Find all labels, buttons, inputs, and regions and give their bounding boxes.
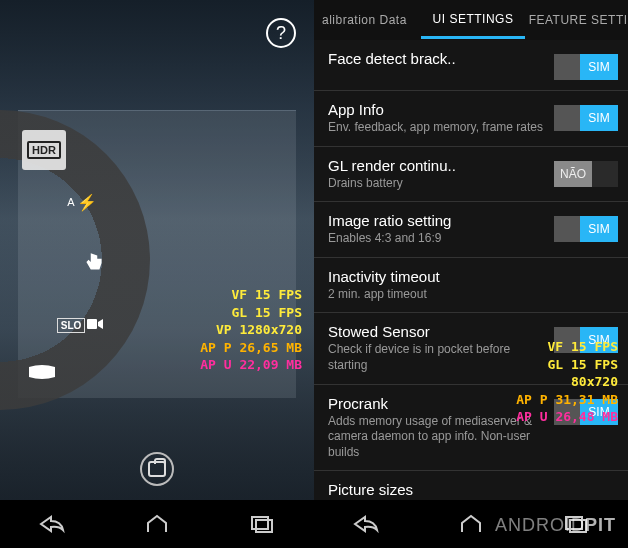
stat-ap-p: AP P 26,65 MB — [200, 339, 302, 357]
svg-rect-1 — [252, 517, 268, 529]
setting-text: GL render continu..Drains battery — [328, 157, 554, 192]
svg-rect-4 — [570, 520, 586, 532]
toggle-thumb: SIM — [580, 105, 618, 131]
setting-title: Procrank — [328, 395, 544, 412]
setting-title: Stowed Sensor — [328, 323, 544, 340]
arc-item-slow-motion[interactable]: SLO — [58, 305, 102, 345]
stat-vp-res: VP 1280x720 — [200, 321, 302, 339]
setting-toggle[interactable]: SIM — [554, 105, 618, 131]
svg-rect-3 — [566, 517, 582, 529]
settings-tabs: alibration Data UI SETTINGS FEATURE SETT… — [314, 0, 628, 40]
setting-title: Picture sizes — [328, 481, 608, 498]
stat-gl-fps: GL 15 FPS — [200, 304, 302, 322]
arc-item-panorama[interactable] — [20, 354, 64, 394]
tab-calibration-data[interactable]: alibration Data — [314, 3, 421, 37]
setting-subtitle: Adds memory usage of mediaserver & camer… — [328, 414, 544, 461]
svg-rect-2 — [256, 520, 272, 532]
setting-toggle[interactable]: SIM — [554, 54, 618, 80]
right-phone-screenshot: alibration Data UI SETTINGS FEATURE SETT… — [314, 0, 628, 548]
setting-text: Inactivity timeout2 min. app timeout — [328, 268, 618, 303]
settings-list[interactable]: Face detect brack..SIMApp InfoEnv. feedb… — [314, 40, 628, 500]
debug-stats-overlay-right: VF 15 FPS GL 15 FPS 80x720 AP P 31,31 MB… — [516, 338, 618, 426]
stat-vf-fps: VF 15 FPS — [516, 338, 618, 356]
toggle-thumb: SIM — [580, 54, 618, 80]
slo-label: SLO — [57, 318, 86, 333]
setting-title: App Info — [328, 101, 544, 118]
setting-text: Picture sizes — [328, 481, 618, 500]
stat-gl-fps: GL 15 FPS — [516, 356, 618, 374]
android-nav-bar — [0, 500, 314, 548]
android-nav-bar — [314, 500, 628, 548]
toggle-thumb: SIM — [580, 216, 618, 242]
touch-icon — [81, 250, 107, 280]
stat-ap-u: AP U 22,09 MB — [200, 356, 302, 374]
setting-title: Inactivity timeout — [328, 268, 608, 285]
flash-icon: ⚡ — [77, 193, 97, 212]
nav-recent-button[interactable] — [556, 510, 596, 538]
help-button[interactable]: ? — [266, 18, 296, 48]
setting-text: Face detect brack.. — [328, 50, 554, 69]
toggle-thumb: NÃO — [554, 161, 592, 187]
panorama-icon — [28, 365, 56, 383]
setting-title: Face detect brack.. — [328, 50, 544, 67]
stat-vf-fps: VF 15 FPS — [200, 286, 302, 304]
setting-row[interactable]: App InfoEnv. feedback, app memory, frame… — [314, 91, 628, 147]
arc-item-touch-focus[interactable] — [72, 245, 116, 285]
video-icon — [87, 316, 103, 334]
tab-feature-settings[interactable]: FEATURE SETTIN — [525, 3, 628, 37]
setting-row[interactable]: Inactivity timeout2 min. app timeout — [314, 258, 628, 314]
setting-toggle[interactable]: NÃO — [554, 161, 618, 187]
arc-item-flash-auto[interactable]: A ⚡ — [60, 182, 104, 222]
setting-subtitle: Drains battery — [328, 176, 544, 192]
camera-icon — [148, 461, 166, 477]
setting-subtitle: 2 min. app timeout — [328, 287, 608, 303]
setting-subtitle: Env. feedback, app memory, frame rates — [328, 120, 544, 136]
setting-subtitle: Check if device is in pocket before star… — [328, 342, 544, 373]
arc-item-hdr[interactable]: HDR — [22, 130, 66, 170]
flash-auto-label: A — [67, 196, 75, 208]
nav-home-button[interactable] — [137, 510, 177, 538]
setting-subtitle: Enables 4:3 and 16:9 — [328, 231, 544, 247]
tab-ui-settings[interactable]: UI SETTINGS — [421, 2, 524, 39]
setting-row[interactable]: Picture sizes — [314, 471, 628, 500]
stat-vp-res: 80x720 — [516, 373, 618, 391]
stat-ap-p: AP P 31,31 MB — [516, 391, 618, 409]
setting-text: Image ratio settingEnables 4:3 and 16:9 — [328, 212, 554, 247]
svg-rect-0 — [87, 319, 97, 329]
help-icon: ? — [276, 23, 286, 44]
setting-row[interactable]: Face detect brack..SIM — [314, 40, 628, 91]
stat-ap-u: AP U 26,48 MB — [516, 408, 618, 426]
nav-back-button[interactable] — [32, 510, 72, 538]
camera-mode-switch-button[interactable] — [140, 452, 174, 486]
nav-recent-button[interactable] — [242, 510, 282, 538]
nav-back-button[interactable] — [346, 510, 386, 538]
setting-row[interactable]: GL render continu..Drains batteryNÃO — [314, 147, 628, 203]
setting-toggle[interactable]: SIM — [554, 216, 618, 242]
setting-row[interactable]: Image ratio settingEnables 4:3 and 16:9S… — [314, 202, 628, 258]
nav-home-button[interactable] — [451, 510, 491, 538]
left-phone-screenshot: ? HDR A ⚡ SLO VF 15 FPS GL 15 FPS — [0, 0, 314, 548]
debug-stats-overlay: VF 15 FPS GL 15 FPS VP 1280x720 AP P 26,… — [200, 286, 302, 374]
setting-title: GL render continu.. — [328, 157, 544, 174]
setting-title: Image ratio setting — [328, 212, 544, 229]
hdr-icon: HDR — [27, 141, 61, 159]
setting-text: App InfoEnv. feedback, app memory, frame… — [328, 101, 554, 136]
